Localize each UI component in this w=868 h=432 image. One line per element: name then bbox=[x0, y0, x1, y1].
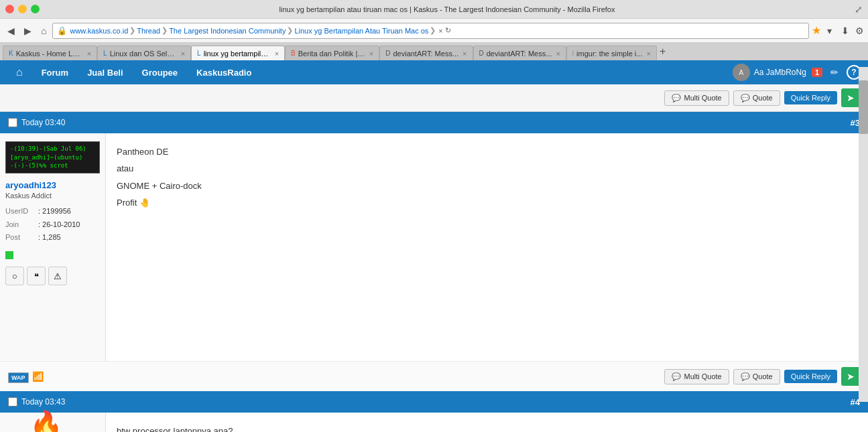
resize-icon[interactable]: ⤢ bbox=[855, 4, 863, 15]
wap-label: WAP bbox=[8, 372, 29, 383]
home-button[interactable]: ⌂ bbox=[38, 24, 50, 38]
forward-button[interactable]: ▶ bbox=[21, 24, 35, 38]
breadcrumb-community[interactable]: The Largest Indonesian Community bbox=[169, 27, 286, 35]
top-quote-label: Quote bbox=[753, 94, 773, 102]
jual-beli-button[interactable]: Jual Beli bbox=[78, 60, 132, 84]
post-3-checkbox[interactable] bbox=[8, 118, 17, 127]
nav-bar: ◀ ▶ ⌂ 🔒 www.kaskus.co.id ❯ Thread ❯ The … bbox=[0, 19, 868, 43]
terminal-image: -(10:39)-(Sab Jul 06) [aryo_adhi]~(ubunt… bbox=[5, 141, 100, 173]
terminal-line-1: -(10:39)-(Sab Jul 06) bbox=[10, 145, 95, 153]
top-multi-quote-button[interactable]: 💬 Multi Quote bbox=[664, 90, 729, 106]
user-info: A Aa JaMbRoNg bbox=[733, 64, 806, 81]
kaskus-home-button[interactable]: ⌂ bbox=[7, 60, 32, 84]
compose-button[interactable]: ✏ bbox=[828, 64, 841, 80]
breadcrumb-page[interactable]: Linux yg Bertampilan Atau Tiruan Mac os bbox=[294, 27, 428, 35]
tab-linux-mac[interactable]: L linux yg bertampila... × bbox=[191, 46, 285, 60]
scrollbar-thumb[interactable] bbox=[859, 80, 868, 134]
online-indicator bbox=[5, 251, 13, 259]
refresh-button[interactable]: ↻ bbox=[445, 26, 451, 35]
bottom-multi-quote-button[interactable]: 💬 Multi Quote bbox=[664, 369, 729, 384]
fire-avatar: 🔥🐻 bbox=[29, 421, 76, 432]
quote-icon-bottom: 💬 bbox=[741, 372, 750, 381]
address-clear-button[interactable]: × bbox=[438, 27, 442, 35]
forum-button[interactable]: Forum bbox=[32, 60, 78, 84]
tab-imgur[interactable]: i imgur: the simple i... × bbox=[566, 46, 657, 60]
userid-value: : 2199956 bbox=[38, 205, 71, 218]
minimize-button[interactable] bbox=[18, 5, 27, 13]
message-button[interactable]: ❝ bbox=[27, 267, 46, 285]
post-3-action-buttons: ○ ❝ ⚠ bbox=[5, 267, 100, 285]
kaskus-radio-button[interactable]: KaskusRadio bbox=[187, 60, 261, 84]
tab-close-linux-mac[interactable]: × bbox=[275, 50, 279, 58]
tab-deviantart2[interactable]: D deviantART: Mess... × bbox=[473, 46, 566, 60]
downloads-button[interactable]: ⬇ bbox=[838, 24, 853, 38]
tab-close-linux-os[interactable]: × bbox=[181, 50, 185, 58]
tab-close-berita[interactable]: × bbox=[369, 50, 373, 58]
address-icons: × ↻ bbox=[438, 26, 450, 35]
top-forward-button[interactable]: ➤ bbox=[841, 88, 860, 107]
post-3-sidebar: -(10:39)-(Sab Jul 06) [aryo_adhi]~(ubunt… bbox=[0, 133, 106, 361]
post-3-line-4: Profit 🤚 bbox=[117, 195, 857, 210]
post-3-footer: WAP 📶 💬 Multi Quote 💬 Quote Quick Reply … bbox=[0, 361, 868, 391]
join-value: : 26-10-2010 bbox=[38, 218, 80, 232]
tab-favicon-deviantart2: D bbox=[479, 50, 484, 57]
post-3-header: Today 03:40 #3 bbox=[0, 112, 868, 133]
settings-button[interactable]: ⚙ bbox=[855, 25, 864, 36]
post-label: Post bbox=[5, 231, 36, 244]
window-title: linux yg bertampilan atau tiruan mac os … bbox=[40, 5, 855, 13]
tab-close-deviantart2[interactable]: × bbox=[556, 50, 560, 58]
tab-close-imgur[interactable]: × bbox=[646, 50, 650, 58]
tab-favicon-berita: B bbox=[291, 50, 296, 57]
nav-right-icons: ★ ▾ ⬇ ⚙ bbox=[812, 24, 864, 38]
post-3-post-row: Post : 1,285 bbox=[5, 231, 100, 244]
bottom-quick-reply-button[interactable]: Quick Reply bbox=[784, 370, 837, 383]
join-label: Join bbox=[5, 218, 36, 232]
groupee-button[interactable]: Groupee bbox=[133, 60, 187, 84]
tab-close-kaskus[interactable]: × bbox=[87, 50, 91, 58]
top-quick-reply-button[interactable]: Quick Reply bbox=[784, 91, 837, 104]
bookmark-button[interactable]: ★ bbox=[812, 24, 821, 37]
window-controls[interactable] bbox=[5, 5, 40, 13]
kaskus-nav-right: A Aa JaMbRoNg 1 ✏ ? bbox=[733, 64, 861, 81]
post-3-meta: UserID : 2199956 Join : 26-10-2010 Post … bbox=[5, 205, 100, 244]
bottom-quote-button[interactable]: 💬 Quote bbox=[733, 369, 780, 384]
post-4-body: 🔥🐻 btw processor laptopnya apa? asal Ivy… bbox=[0, 413, 868, 432]
post-3-rank: Kaskus Addict bbox=[5, 192, 100, 200]
profile-button[interactable]: ○ bbox=[5, 267, 24, 285]
tab-label-deviantart2: deviantART: Mess... bbox=[487, 50, 552, 58]
maximize-button[interactable] bbox=[31, 5, 40, 13]
lock-icon: 🔒 bbox=[57, 26, 67, 35]
breadcrumb-domain[interactable]: www.kaskus.co.id bbox=[70, 27, 128, 35]
address-bar[interactable]: 🔒 www.kaskus.co.id ❯ Thread ❯ The Larges… bbox=[52, 23, 809, 39]
tab-berita[interactable]: B Berita dan Politik | ... × bbox=[285, 46, 379, 60]
notification-badge[interactable]: 1 bbox=[812, 68, 822, 77]
breadcrumb: www.kaskus.co.id ❯ Thread ❯ The Largest … bbox=[70, 26, 436, 35]
breadcrumb-thread[interactable]: Thread bbox=[137, 27, 160, 35]
tab-favicon-deviantart1: D bbox=[385, 50, 390, 57]
post-3-line-1: Pantheon DE bbox=[117, 144, 857, 159]
new-tab-button[interactable]: + bbox=[660, 46, 666, 58]
tab-close-deviantart1[interactable]: × bbox=[462, 50, 467, 58]
post-3-join-row: Join : 26-10-2010 bbox=[5, 218, 100, 232]
post-3-username[interactable]: aryoadhi123 bbox=[5, 180, 100, 190]
top-quote-button[interactable]: 💬 Quote bbox=[733, 90, 780, 106]
close-button[interactable] bbox=[5, 5, 14, 13]
post-4-timestamp-area: Today 03:43 bbox=[8, 397, 65, 407]
back-button[interactable]: ◀ bbox=[4, 24, 18, 38]
post-4-checkbox[interactable] bbox=[8, 397, 17, 407]
tab-linux-os[interactable]: L Linux dan OS Selai... × bbox=[97, 46, 191, 60]
post-3-timestamp-area: Today 03:40 bbox=[8, 118, 65, 127]
post-4-timestamp: Today 03:43 bbox=[21, 397, 65, 407]
message-icon: ❝ bbox=[34, 271, 39, 281]
tab-kaskus-home[interactable]: K Kaskus - Home Login × bbox=[3, 46, 97, 60]
bottom-forward-button[interactable]: ➤ bbox=[841, 367, 860, 386]
tab-deviantart1[interactable]: D deviantART: Mess... × bbox=[379, 46, 473, 60]
post-4-content: btw processor laptopnya apa? asal Ivy Br… bbox=[106, 413, 868, 432]
post-3-line-2: atau bbox=[117, 161, 857, 176]
username-nav: Aa JaMbRoNg bbox=[754, 68, 806, 77]
warn-button[interactable]: ⚠ bbox=[48, 267, 67, 285]
post-4-line-1: btw processor laptopnya apa? bbox=[117, 423, 857, 432]
bookmarks-arrow-button[interactable]: ▾ bbox=[824, 24, 835, 38]
tab-label-berita: Berita dan Politik | ... bbox=[298, 50, 365, 58]
terminal-line-2: [aryo_adhi]~(ubuntu) bbox=[10, 153, 95, 162]
